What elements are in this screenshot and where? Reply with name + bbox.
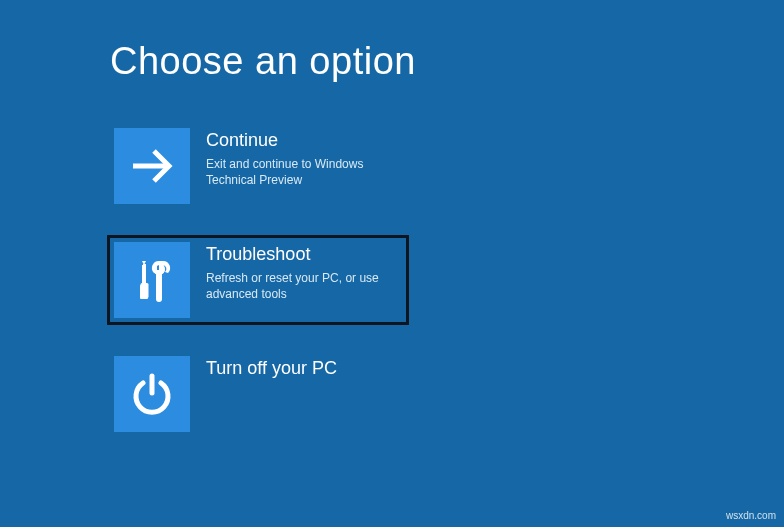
option-turnoff[interactable]: Turn off your PC [110, 352, 406, 436]
power-icon [127, 369, 177, 419]
option-troubleshoot-title: Troubleshoot [206, 244, 402, 266]
tools-icon [127, 255, 177, 305]
option-continue[interactable]: Continue Exit and continue to Windows Te… [110, 124, 406, 208]
continue-icon-box [114, 128, 190, 204]
option-continue-desc: Exit and continue to Windows Technical P… [206, 156, 402, 190]
option-continue-text: Continue Exit and continue to Windows Te… [206, 128, 402, 189]
options-list: Continue Exit and continue to Windows Te… [110, 124, 406, 436]
option-troubleshoot-text: Troubleshoot Refresh or reset your PC, o… [206, 242, 402, 303]
svg-rect-8 [157, 272, 161, 297]
watermark: wsxdn.com [726, 510, 776, 521]
svg-rect-7 [141, 283, 149, 298]
option-continue-title: Continue [206, 130, 402, 152]
option-turnoff-title: Turn off your PC [206, 358, 337, 380]
option-troubleshoot-desc: Refresh or reset your PC, or use advance… [206, 270, 402, 304]
arrow-right-icon [127, 141, 177, 191]
troubleshoot-icon-box [114, 242, 190, 318]
svg-rect-6 [143, 264, 146, 283]
page-title: Choose an option [110, 40, 416, 83]
turnoff-icon-box [114, 356, 190, 432]
option-troubleshoot[interactable]: Troubleshoot Refresh or reset your PC, o… [110, 238, 406, 322]
option-turnoff-text: Turn off your PC [206, 356, 337, 380]
